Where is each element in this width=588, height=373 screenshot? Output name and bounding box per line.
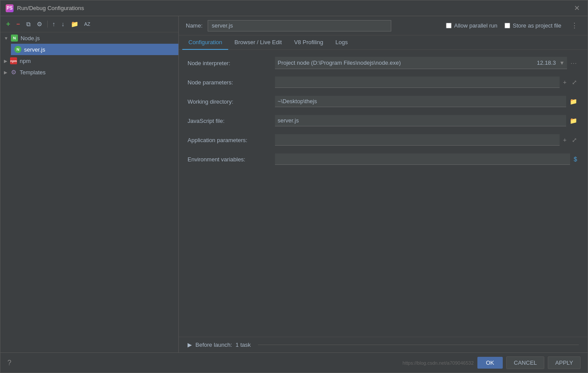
move-down-button[interactable]: ↓ [59,19,67,29]
tab-configuration[interactable]: Configuration [182,35,228,50]
app-icon: PS [6,4,14,12]
working-directory-input[interactable] [275,96,566,107]
tree-toolbar: + − ⧉ ⚙ ↑ ↓ 📁 AZ [0,16,178,32]
working-directory-label: Working directory: [188,98,275,105]
javascript-file-row: JavaScript file: 📁 [188,115,579,127]
store-project-group: Store as project file [504,22,561,29]
tree-child-serverjs: N server.js [0,44,178,55]
settings-button[interactable]: ⚙ [35,19,45,29]
bottom-bar: ? https://blog.csdn.net/a709046532 OK CA… [0,352,588,373]
add-param-button[interactable]: + [561,78,568,87]
env-variables-label: Environment variables: [188,156,275,163]
store-project-label: Store as project file [513,22,561,29]
dropdown-icon[interactable]: ▼ [559,60,564,66]
left-panel: + − ⧉ ⚙ ↑ ↓ 📁 AZ ▼ N Node.js [0,16,179,352]
add-config-button[interactable]: + [4,19,12,29]
node-interpreter-label: Node interpreter: [188,60,275,66]
working-directory-value: 📁 [275,96,579,107]
tab-v8-profiling[interactable]: V8 Profiling [288,35,329,50]
add-app-param-button[interactable]: + [561,136,568,144]
tree-group-npm[interactable]: ▶ npm npm [0,55,178,66]
interpreter-display: Project node (D:\Program Files\nodejs\no… [275,57,567,69]
name-label: Name: [186,22,202,29]
before-launch-task-count: 1 task [236,342,251,348]
before-launch-header: ▶ Before launch: 1 task [188,342,579,348]
title-bar-left: PS Run/Debug Configurations [6,4,84,12]
close-button[interactable]: ✕ [571,3,582,13]
serverjs-icon: N [14,46,21,53]
url-info: https://blog.csdn.net/a709046532 [403,360,474,366]
gear-icon: ⚙ [10,69,17,76]
allow-parallel-group: Allow parallel run [446,22,498,29]
node-parameters-input[interactable] [275,77,560,88]
templates-group-label: Templates [20,69,45,76]
node-interpreter-row: Node interpreter: Project node (D:\Progr… [188,57,579,69]
app-parameters-value: + ⤢ [275,134,579,146]
cancel-button[interactable]: CANCEL [506,356,544,369]
apply-button[interactable]: APPLY [548,356,581,369]
bottom-actions: https://blog.csdn.net/a709046532 OK CANC… [403,356,581,369]
config-form: Node interpreter: Project node (D:\Progr… [179,50,588,337]
folder-button[interactable]: 📁 [69,19,80,29]
dialog-title: Run/Debug Configurations [17,5,84,11]
node-parameters-row: Node parameters: + ⤢ [188,76,579,88]
before-launch-label: Before launch: [195,342,232,348]
chevron-right-icon-npm: ▶ [4,59,7,63]
allow-parallel-label: Allow parallel run [454,22,498,29]
npm-group-label: npm [20,58,31,64]
chevron-right-icon-templates: ▶ [4,70,7,75]
sort-button[interactable]: AZ [82,20,93,28]
env-variables-value: $ [275,153,579,165]
help-button[interactable]: ? [7,359,11,367]
top-bar-options: Allow parallel run Store as project file… [446,21,581,31]
tree-item-serverjs[interactable]: N server.js [11,44,178,55]
expand-app-params-button[interactable]: ⤢ [570,136,579,144]
interpreter-more-button[interactable]: ··· [569,59,579,67]
nodejs-group-label: Node.js [21,35,40,42]
working-directory-row: Working directory: 📁 [188,95,579,108]
run-debug-dialog: PS Run/Debug Configurations ✕ + − ⧉ ⚙ ↑ … [0,0,588,373]
env-variables-input[interactable] [275,153,570,165]
move-up-button[interactable]: ↑ [50,19,58,29]
env-variables-button[interactable]: $ [572,155,579,164]
chevron-down-icon: ▼ [4,36,8,41]
copy-config-button[interactable]: ⧉ [24,19,33,29]
app-parameters-row: Application parameters: + ⤢ [188,134,579,146]
serverjs-label: server.js [24,46,45,53]
remove-config-button[interactable]: − [14,19,22,29]
toolbar-divider-1 [47,21,48,28]
main-content: + − ⧉ ⚙ ↑ ↓ 📁 AZ ▼ N Node.js [0,16,588,352]
tab-logs[interactable]: Logs [329,35,354,50]
config-tree: ▼ N Node.js N server.js ▶ npm npm [0,32,178,352]
interpreter-version: 12.18.3 [537,59,556,66]
node-interpreter-value: Project node (D:\Program Files\nodejs\no… [275,57,579,69]
title-bar: PS Run/Debug Configurations ✕ [0,0,588,16]
tree-group-nodejs[interactable]: ▼ N Node.js [0,32,178,44]
before-launch-separator [258,345,579,345]
expand-before-launch-icon[interactable]: ▶ [188,342,192,348]
tab-browser-live-edit[interactable]: Browser / Live Edit [228,35,288,50]
ok-button[interactable]: OK [477,357,503,369]
node-parameters-label: Node parameters: [188,79,275,86]
app-parameters-input[interactable] [275,134,560,146]
javascript-file-label: JavaScript file: [188,118,275,124]
allow-parallel-checkbox[interactable] [446,23,452,28]
config-header: Name: Allow parallel run Store as projec… [179,16,588,35]
tree-group-templates[interactable]: ▶ ⚙ Templates [0,66,178,78]
config-tabs: Configuration Browser / Live Edit V8 Pro… [179,35,588,50]
javascript-file-value: 📁 [275,115,579,126]
expand-params-button[interactable]: ⤢ [570,78,579,87]
nodejs-icon: N [11,35,18,42]
more-options-button[interactable]: ⋮ [568,21,581,31]
interpreter-path: Project node (D:\Program Files\nodejs\no… [278,59,535,66]
right-panel: Name: Allow parallel run Store as projec… [179,16,588,352]
npm-icon: npm [10,57,17,64]
store-project-checkbox[interactable] [504,23,510,28]
browse-working-dir-button[interactable]: 📁 [568,97,579,106]
before-launch-section: ▶ Before launch: 1 task [179,337,588,352]
env-variables-row: Environment variables: $ [188,153,579,165]
javascript-file-input[interactable] [275,115,566,126]
browse-js-file-button[interactable]: 📁 [568,116,579,125]
app-parameters-label: Application parameters: [188,137,275,143]
config-name-input[interactable] [208,20,391,31]
